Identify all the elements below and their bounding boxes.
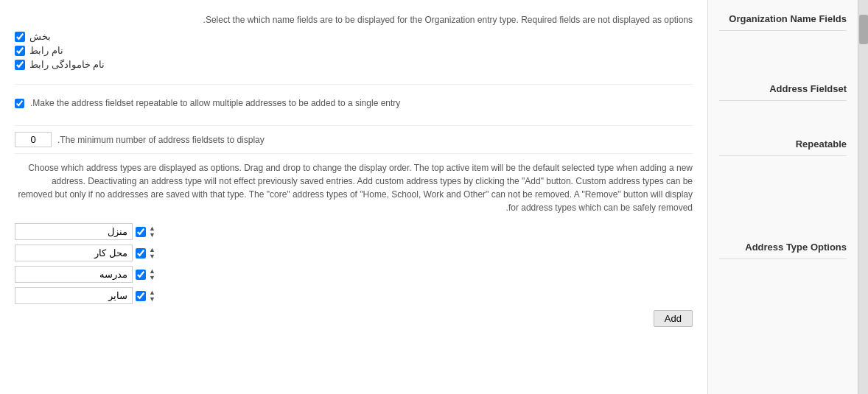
address-type-input-3[interactable] [15,287,133,304]
sidebar-org-name-title: Organization Name Fields [719,7,847,31]
scrollbar[interactable] [858,0,868,394]
sidebar-repeatable-title: Repeatable [719,133,847,156]
add-btn-row: Add [15,310,693,327]
address-type-row-0: ▲ ▼ [15,223,693,240]
scroll-thumb[interactable] [859,15,868,44]
address-type-section: Choose which address types are displayed… [15,154,693,334]
min-number-row: The minimum number of address fieldsets … [15,126,693,154]
org-name-label-0: بخش [29,31,51,42]
org-name-checkbox-1[interactable] [15,46,25,56]
address-fieldset-section: Make the address fieldset repeatable to … [15,85,693,126]
address-type-row-3: ▲ ▼ [15,287,693,304]
org-name-field-row-1: نام رابط [15,45,693,56]
address-type-arrows-1[interactable]: ▲ ▼ [149,247,155,260]
min-number-input[interactable] [15,132,52,147]
address-type-input-0[interactable] [15,223,133,240]
address-type-description: Choose which address types are displayed… [15,161,693,214]
repeatable-description: Make the address fieldset repeatable to … [30,98,400,108]
address-type-row-1: ▲ ▼ [15,245,693,261]
org-name-field-row-2: نام خاموادگی رابط [15,59,693,70]
sidebar-address-type-title: Address Type Options [719,236,847,259]
org-name-checkbox-2[interactable] [15,60,25,70]
org-name-checkbox-0[interactable] [15,32,25,42]
address-type-row-2: ▲ ▼ [15,266,693,283]
address-type-checkbox-2[interactable] [136,270,146,280]
address-type-checkbox-1[interactable] [136,248,146,258]
address-type-arrows-0[interactable]: ▲ ▼ [149,225,155,239]
address-type-input-2[interactable] [15,266,133,283]
org-name-label-2: نام خاموادگی رابط [29,59,105,70]
address-type-arrows-3[interactable]: ▲ ▼ [149,289,155,303]
org-name-field-row-0: بخش [15,31,693,42]
org-name-section: Select the which name fields are to be d… [15,7,693,85]
org-name-description: Select the which name fields are to be d… [15,15,693,25]
repeatable-row: Make the address fieldset repeatable to … [15,92,693,114]
sidebar-address-fieldset-title: Address Fieldset [719,77,847,101]
right-sidebar: Organization Name Fields Address Fieldse… [707,0,858,394]
address-type-arrows-2[interactable]: ▲ ▼ [149,268,155,281]
org-name-label-1: نام رابط [29,45,63,56]
repeatable-checkbox[interactable] [15,99,24,108]
add-button[interactable]: Add [654,310,693,327]
address-type-input-1[interactable] [15,245,133,261]
min-number-description: The minimum number of address fieldsets … [57,135,265,145]
address-type-checkbox-0[interactable] [136,227,146,237]
address-type-checkbox-3[interactable] [136,291,146,301]
